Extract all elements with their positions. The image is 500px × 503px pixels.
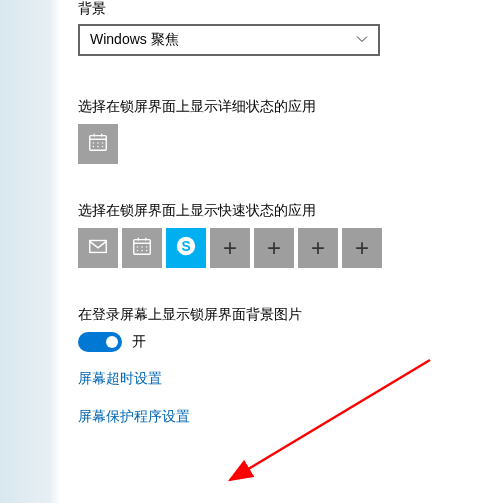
plus-icon: + bbox=[355, 236, 369, 260]
signin-bg-toggle-row: 开 bbox=[78, 332, 482, 352]
svg-point-17 bbox=[146, 246, 147, 247]
svg-point-7 bbox=[93, 146, 94, 147]
quick-app-add-3[interactable]: + bbox=[298, 228, 338, 268]
screen-timeout-link[interactable]: 屏幕超时设置 bbox=[78, 370, 482, 388]
detailed-app-calendar[interactable] bbox=[78, 124, 118, 164]
quick-app-skype[interactable]: S bbox=[166, 228, 206, 268]
svg-point-9 bbox=[102, 146, 103, 147]
plus-icon: + bbox=[311, 236, 325, 260]
svg-point-4 bbox=[93, 142, 94, 143]
signin-bg-toggle[interactable] bbox=[78, 332, 122, 352]
signin-bg-label: 在登录屏幕上显示锁屏界面背景图片 bbox=[78, 306, 482, 324]
quick-app-add-2[interactable]: + bbox=[254, 228, 294, 268]
background-dropdown[interactable]: Windows 聚焦 bbox=[78, 24, 380, 56]
mail-icon bbox=[87, 235, 109, 261]
svg-text:S: S bbox=[181, 239, 190, 254]
quick-status-label: 选择在锁屏界面上显示快速状态的应用 bbox=[78, 202, 482, 220]
svg-point-8 bbox=[97, 146, 98, 147]
plus-icon: + bbox=[267, 236, 281, 260]
screensaver-settings-link[interactable]: 屏幕保护程序设置 bbox=[78, 408, 482, 426]
svg-point-15 bbox=[137, 246, 138, 247]
svg-point-5 bbox=[97, 142, 98, 143]
background-dropdown-value: Windows 聚焦 bbox=[90, 31, 179, 49]
svg-point-18 bbox=[137, 250, 138, 251]
quick-app-mail[interactable] bbox=[78, 228, 118, 268]
svg-point-16 bbox=[141, 246, 142, 247]
detailed-status-label: 选择在锁屏界面上显示详细状态的应用 bbox=[78, 98, 482, 116]
signin-bg-toggle-label: 开 bbox=[132, 333, 146, 351]
quick-app-calendar[interactable] bbox=[122, 228, 162, 268]
toggle-knob bbox=[106, 336, 118, 348]
quick-app-add-1[interactable]: + bbox=[210, 228, 250, 268]
skype-icon: S bbox=[175, 235, 197, 261]
quick-status-apps: S + + + + bbox=[78, 228, 482, 268]
background-label: 背景 bbox=[78, 0, 482, 18]
quick-app-add-4[interactable]: + bbox=[342, 228, 382, 268]
plus-icon: + bbox=[223, 236, 237, 260]
svg-rect-10 bbox=[90, 241, 107, 253]
calendar-icon bbox=[87, 131, 109, 157]
calendar-icon bbox=[131, 235, 153, 261]
svg-point-20 bbox=[146, 250, 147, 251]
svg-point-19 bbox=[141, 250, 142, 251]
detailed-status-apps bbox=[78, 124, 482, 164]
svg-point-6 bbox=[102, 142, 103, 143]
chevron-down-icon bbox=[356, 31, 368, 49]
